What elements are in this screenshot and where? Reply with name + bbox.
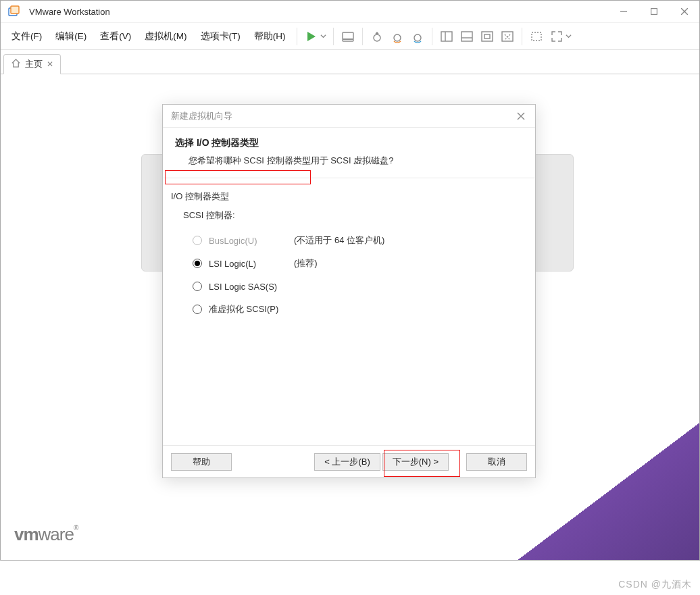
radio-icon — [193, 236, 202, 245]
menu-view[interactable]: 查看(V) — [93, 28, 138, 45]
radio-lsi-logic-sas[interactable]: LSI Logic SAS(S) — [168, 277, 530, 296]
svg-rect-1 — [11, 6, 19, 14]
window-controls — [608, 1, 699, 22]
svg-point-9 — [374, 34, 380, 41]
maximize-button[interactable] — [639, 1, 669, 22]
svg-rect-18 — [502, 32, 513, 41]
titlebar: VMware Workstation — [1, 1, 699, 23]
tab-home-label: 主页 — [25, 58, 43, 70]
svg-rect-3 — [651, 9, 657, 15]
app-window: VMware Workstation 文件(F) 编辑(E) 查看(V) 虚拟机… — [0, 0, 700, 561]
dialog-header-subtitle: 您希望将哪种 SCSI 控制器类型用于 SCSI 虚拟磁盘? — [189, 155, 523, 167]
menubar: 文件(F) 编辑(E) 查看(V) 虚拟机(M) 选项卡(T) 帮助(H) — [1, 23, 699, 50]
stretch-button[interactable] — [526, 26, 547, 47]
menu-file[interactable]: 文件(F) — [5, 28, 49, 45]
next-button[interactable]: 下一步(N) > — [382, 453, 449, 471]
menu-edit[interactable]: 编辑(E) — [49, 28, 93, 45]
snapshot-revert-button[interactable] — [387, 26, 407, 47]
back-button[interactable]: < 上一步(B) — [314, 453, 380, 471]
dialog-close-button[interactable] — [507, 105, 535, 127]
tabstrip: 主页 ✕ — [1, 50, 699, 74]
dialog-header-title: 选择 I/O 控制器类型 — [175, 137, 523, 149]
minimize-button[interactable] — [608, 1, 639, 22]
separator — [522, 28, 522, 45]
svg-rect-7 — [343, 32, 353, 39]
dialog-titlebar: 新建虚拟机向导 — [163, 105, 535, 128]
watermark: CSDN @九酒木 — [618, 579, 692, 591]
svg-rect-19 — [532, 32, 541, 41]
snapshot-button[interactable] — [367, 26, 387, 47]
radio-lsi-logic[interactable]: LSI Logic(L) (推荐) — [168, 254, 530, 273]
unity-button[interactable] — [497, 26, 518, 47]
radio-paravirtual-scsi[interactable]: 准虚拟化 SCSI(P) — [168, 300, 530, 319]
corner-decoration — [471, 399, 699, 560]
svg-rect-12 — [441, 32, 452, 41]
svg-point-11 — [414, 34, 421, 41]
view-single-button[interactable] — [436, 26, 457, 47]
separator — [432, 28, 432, 45]
help-button[interactable]: 帮助 — [171, 453, 232, 471]
svg-rect-14 — [461, 32, 472, 41]
tab-close-icon[interactable]: ✕ — [47, 59, 53, 69]
close-button[interactable] — [669, 1, 699, 22]
menu-tabs[interactable]: 选项卡(T) — [194, 28, 247, 45]
view-console-button[interactable] — [457, 26, 477, 47]
snapshot-manager-button[interactable] — [407, 26, 428, 47]
tab-home[interactable]: 主页 ✕ — [3, 54, 61, 74]
dialog-header: 选择 I/O 控制器类型 您希望将哪种 SCSI 控制器类型用于 SCSI 虚拟… — [163, 128, 535, 178]
radio-lsisas-label: LSI Logic SAS(S) — [209, 282, 290, 292]
help-button-label: 帮助 — [193, 456, 210, 468]
scsi-controller-label: SCSI 控制器: — [168, 209, 530, 222]
brand-prefix: vm — [14, 524, 39, 544]
back-button-label: < 上一步(B) — [324, 456, 370, 468]
svg-rect-17 — [484, 34, 490, 38]
svg-marker-6 — [307, 32, 316, 41]
radio-icon — [193, 305, 202, 314]
radio-lsi-hint: (推荐) — [294, 257, 318, 269]
io-controller-type-label: I/O 控制器类型 — [168, 190, 530, 203]
send-ctrl-alt-del-button[interactable] — [338, 26, 358, 47]
power-button[interactable] — [301, 26, 329, 47]
menu-vm[interactable]: 虚拟机(M) — [138, 28, 193, 45]
svg-rect-16 — [482, 32, 493, 41]
app-icon — [7, 5, 21, 18]
radio-buslogic-hint: (不适用于 64 位客户机) — [294, 234, 384, 247]
radio-buslogic-label: BusLogic(U) — [209, 236, 290, 246]
enter-fullscreen-button[interactable] — [547, 26, 574, 47]
client-area: 新建虚拟机向导 选择 I/O 控制器类型 您希望将哪种 SCSI 控制器类型用于… — [1, 74, 699, 560]
radio-paravirt-label: 准虚拟化 SCSI(P) — [209, 303, 290, 315]
menu-help[interactable]: 帮助(H) — [247, 28, 293, 45]
separator — [297, 28, 297, 45]
app-title: VMware Workstation — [29, 7, 608, 17]
dialog-title: 新建虚拟机向导 — [163, 110, 507, 122]
view-fullscreen-button[interactable] — [477, 26, 497, 47]
separator — [333, 28, 334, 45]
home-icon — [11, 58, 21, 70]
radio-buslogic: BusLogic(U) (不适用于 64 位客户机) — [168, 231, 530, 250]
svg-point-10 — [394, 34, 401, 41]
brand-suffix: ware — [39, 524, 74, 544]
vmware-logo: vmware® — [14, 524, 78, 545]
radio-lsi-label: LSI Logic(L) — [209, 259, 290, 269]
svg-rect-8 — [343, 39, 353, 41]
next-button-label: 下一步(N) > — [393, 456, 439, 468]
radio-icon — [193, 282, 202, 291]
radio-icon — [193, 259, 202, 268]
separator — [362, 28, 363, 45]
